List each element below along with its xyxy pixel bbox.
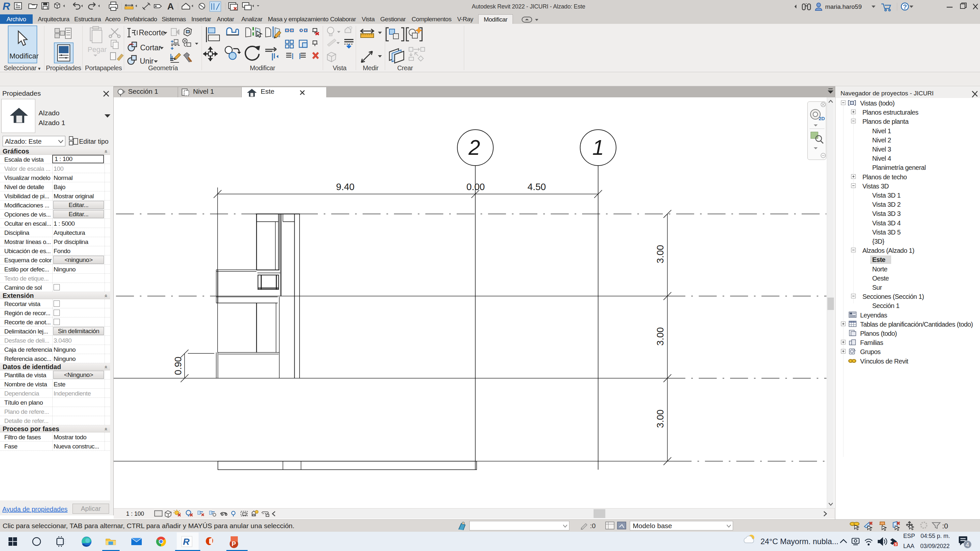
svg-text:2: 2 xyxy=(468,136,480,159)
svg-text:P: P xyxy=(232,540,236,548)
svg-text:A: A xyxy=(167,1,174,11)
svg-text:Planimetría general: Planimetría general xyxy=(872,164,926,171)
svg-text:S: S xyxy=(895,542,897,546)
svg-text:Vistas (todo): Vistas (todo) xyxy=(860,100,894,107)
svg-text:4.50: 4.50 xyxy=(528,182,546,192)
svg-text:03/09/2022: 03/09/2022 xyxy=(920,543,950,549)
svg-text:Vista 3D 5: Vista 3D 5 xyxy=(872,229,900,236)
svg-text:R: R xyxy=(3,0,10,12)
svg-text:0.00: 0.00 xyxy=(466,182,485,192)
svg-text:Planos estructurales: Planos estructurales xyxy=(862,109,919,116)
svg-text:LAA: LAA xyxy=(903,543,914,549)
svg-text:0.90: 0.90 xyxy=(173,357,183,375)
svg-text:Nivel 2: Nivel 2 xyxy=(872,137,891,144)
svg-text:Vistas 3D: Vistas 3D xyxy=(862,183,889,190)
svg-text:Recorte: Recorte xyxy=(139,29,165,37)
svg-text:?: ? xyxy=(903,3,907,10)
svg-text:Secciones (Sección 1): Secciones (Sección 1) xyxy=(862,293,924,300)
svg-text:Grupos: Grupos xyxy=(860,348,881,356)
svg-text:Modificar: Modificar xyxy=(10,52,38,60)
svg-text:{3D}: {3D} xyxy=(872,238,885,245)
svg-text:Sur: Sur xyxy=(872,284,882,291)
svg-text:Cortar: Cortar xyxy=(140,43,161,52)
svg-text:Tablas de planificación/Cantid: Tablas de planificación/Cantidades (todo… xyxy=(860,321,973,328)
svg-text:Planos (todo): Planos (todo) xyxy=(860,330,897,337)
svg-text:Nivel 1: Nivel 1 xyxy=(872,127,891,135)
svg-text:Oeste: Oeste xyxy=(872,275,889,282)
svg-text:3.00: 3.00 xyxy=(655,245,665,263)
svg-text:Familias: Familias xyxy=(860,339,883,346)
svg-text:Planos de planta: Planos de planta xyxy=(862,118,909,125)
svg-text:Este: Este xyxy=(872,256,886,263)
svg-text:1: 1 xyxy=(592,136,604,159)
svg-text:Nivel 4: Nivel 4 xyxy=(872,155,891,162)
svg-text::0: :0 xyxy=(942,522,948,530)
svg-text:4: 4 xyxy=(966,541,969,548)
svg-text:9.40: 9.40 xyxy=(336,182,355,192)
svg-text:Nivel 3: Nivel 3 xyxy=(872,146,891,153)
svg-text:Pegar: Pegar xyxy=(88,45,107,54)
svg-text:ESP: ESP xyxy=(903,533,915,539)
svg-text:Norte: Norte xyxy=(872,265,888,273)
svg-text:24°C: 24°C xyxy=(760,537,778,546)
svg-text:Vista 3D 3: Vista 3D 3 xyxy=(872,210,900,217)
svg-text:maria.haro59: maria.haro59 xyxy=(825,3,862,10)
svg-text:3.00: 3.00 xyxy=(655,410,665,428)
svg-text:Sección 1: Sección 1 xyxy=(872,302,900,309)
svg-text:Vínculos de Revit: Vínculos de Revit xyxy=(860,358,908,365)
svg-text:Leyendas: Leyendas xyxy=(860,311,887,319)
svg-text:Mayorm. nubla...: Mayorm. nubla... xyxy=(780,537,838,546)
svg-text:Planos de techo: Planos de techo xyxy=(862,173,907,181)
svg-text:Alzados (Alzado 1): Alzados (Alzado 1) xyxy=(862,247,914,254)
svg-text:Vista 3D 4: Vista 3D 4 xyxy=(872,219,900,227)
svg-text:3.00: 3.00 xyxy=(655,327,665,346)
svg-text:R: R xyxy=(183,537,190,547)
svg-text:Vista 3D 2: Vista 3D 2 xyxy=(872,201,900,208)
svg-text:Vista 3D 1: Vista 3D 1 xyxy=(872,192,900,199)
svg-text:2D: 2D xyxy=(819,116,825,121)
svg-text:04:55 p. m.: 04:55 p. m. xyxy=(921,533,950,539)
